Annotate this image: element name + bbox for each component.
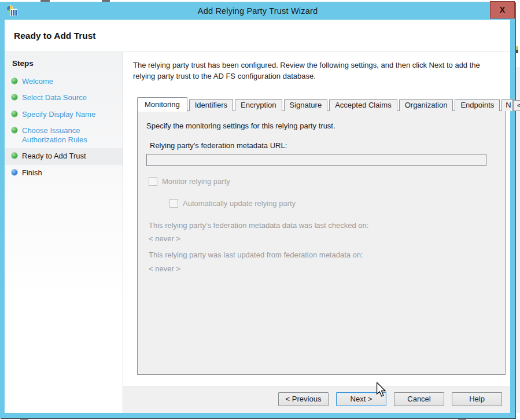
last-checked-label: This relying party's federation metadata… <box>149 221 368 230</box>
monitor-relying-party-row: Monitor relying party <box>149 177 230 186</box>
wizard-page: The relying party trust has been configu… <box>123 52 510 386</box>
background-fragment <box>515 50 518 53</box>
step-bullet-icon <box>12 78 17 84</box>
step-bullet-icon <box>12 170 17 175</box>
building-grid-icon <box>11 9 17 16</box>
step-item-choose-issuance-authorization-rules[interactable]: Choose Issuance Authorization Rules <box>5 123 123 149</box>
tab-endpoints[interactable]: Endpoints <box>455 99 500 111</box>
cancel-button[interactable]: Cancel <box>394 392 444 406</box>
intro-text: The relying party trust has been configu… <box>133 60 499 82</box>
step-label: Specify Display Name <box>22 110 95 119</box>
steps-sidebar: Steps WelcomeSelect Data SourceSpecify D… <box>5 52 123 413</box>
steps-list: WelcomeSelect Data SourceSpecify Display… <box>5 73 123 181</box>
tab-organization[interactable]: Organization <box>399 99 453 111</box>
step-item-ready-to-add-trust[interactable]: Ready to Add Trust <box>5 148 123 164</box>
adfs-app-icon <box>6 5 17 16</box>
monitor-relying-party-checkbox <box>149 177 157 186</box>
auto-update-checkbox <box>169 199 178 208</box>
step-item-specify-display-name[interactable]: Specify Display Name <box>5 106 123 123</box>
monitoring-description: Specify the monitoring settings for this… <box>146 121 335 130</box>
auto-update-row: Automatically update relying party <box>169 199 296 208</box>
metadata-url-label: Relying party's federation metadata URL: <box>150 141 287 150</box>
step-item-finish[interactable]: Finish <box>5 165 123 181</box>
step-label: Finish <box>22 168 42 178</box>
monitoring-tab-panel: Specify the monitoring settings for this… <box>137 110 506 375</box>
metadata-url-input <box>146 154 486 166</box>
steps-heading: Steps <box>5 59 123 68</box>
last-updated-value: < never > <box>149 264 180 273</box>
step-label: Welcome <box>22 77 53 86</box>
properties-tab-control: MonitoringIdentifiersEncryptionSignature… <box>137 97 506 375</box>
wizard-dialog: Add Relying Party Trust Wizard X Ready t… <box>0 2 515 418</box>
help-button[interactable]: Help <box>452 392 502 406</box>
tab-scroll-left-icon[interactable]: < <box>513 100 520 111</box>
page-title: Ready to Add Trust <box>14 31 96 41</box>
tab-monitoring[interactable]: Monitoring <box>137 97 187 112</box>
button-bar: < Previous Next > Cancel Help <box>123 386 510 413</box>
auto-update-label: Automatically update relying party <box>183 199 296 208</box>
last-checked-value: < never > <box>149 234 180 243</box>
step-label: Choose Issuance Authorization Rules <box>22 126 109 145</box>
window-title: Add Relying Party Trust Wizard <box>0 6 515 16</box>
step-label: Ready to Add Trust <box>22 152 86 161</box>
background-window-strip <box>515 67 520 413</box>
step-label: Select Data Source <box>22 93 87 102</box>
mouse-cursor-icon <box>376 382 386 397</box>
tab-identifiers[interactable]: Identifiers <box>189 99 233 111</box>
step-item-welcome[interactable]: Welcome <box>5 73 123 90</box>
page-header: Ready to Add Trust <box>5 20 510 52</box>
step-bullet-icon <box>12 94 17 100</box>
tab-signature[interactable]: Signature <box>284 99 328 111</box>
step-bullet-icon <box>12 111 17 117</box>
step-item-select-data-source[interactable]: Select Data Source <box>5 90 123 106</box>
step-bullet-icon <box>12 127 17 133</box>
title-bar[interactable]: Add Relying Party Trust Wizard <box>0 2 515 20</box>
tab-encryption[interactable]: Encryption <box>235 99 282 111</box>
step-bullet-icon <box>12 153 17 159</box>
close-button[interactable]: X <box>490 1 515 19</box>
tab-accepted-claims[interactable]: Accepted Claims <box>329 99 397 111</box>
tab-n[interactable]: N <box>501 99 513 111</box>
previous-button[interactable]: < Previous <box>278 392 329 406</box>
last-updated-label: This relying party was last updated from… <box>149 250 363 259</box>
dialog-content: Ready to Add Trust Steps WelcomeSelect D… <box>5 20 510 413</box>
monitor-relying-party-label: Monitor relying party <box>162 177 230 186</box>
tabs-list: MonitoringIdentifiersEncryptionSignature… <box>137 97 513 111</box>
